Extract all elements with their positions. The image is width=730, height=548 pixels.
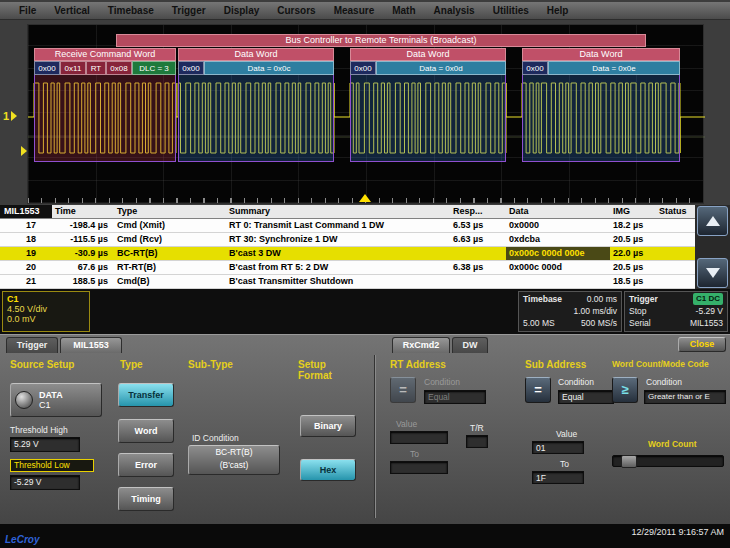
tab-rxcmd2[interactable]: RxCmd2: [392, 337, 450, 353]
tr-label: T/R: [470, 423, 484, 433]
threshold-low-label[interactable]: Threshold Low: [10, 459, 94, 472]
menu-item-measure[interactable]: Measure: [325, 5, 384, 16]
trigger-position-marker[interactable]: [359, 194, 371, 202]
channel-1-marker[interactable]: 1: [3, 110, 17, 122]
sub-address-heading: Sub Address: [525, 359, 586, 370]
table-row-selected[interactable]: 19 -30.9 µs BC-RT(B) B'cast 3 DW 0x000c …: [0, 247, 695, 261]
cell-time: 67.6 µs: [52, 261, 114, 274]
tab-trigger[interactable]: Trigger: [6, 337, 58, 353]
cell-type: BC-RT(B): [114, 247, 226, 260]
type-word-button[interactable]: Word: [118, 419, 174, 443]
format-binary-button[interactable]: Binary: [300, 415, 356, 437]
source-setup-heading: Source Setup: [10, 359, 74, 370]
menu-item-math[interactable]: Math: [383, 5, 424, 16]
col-header-resp[interactable]: Resp...: [450, 205, 506, 218]
channel-c1-descriptor[interactable]: C1 4.50 V/div 0.0 mV: [2, 291, 90, 332]
timebase-scale: 1.00 ms/div: [574, 305, 617, 317]
decode-group-title: Data Word: [178, 48, 334, 61]
sub-condition-field[interactable]: Equal: [558, 390, 614, 404]
col-header-status[interactable]: Status: [656, 205, 695, 218]
row-index: 18: [0, 233, 52, 246]
type-transfer-button[interactable]: Transfer: [118, 383, 174, 407]
menu-item-trigger[interactable]: Trigger: [163, 5, 215, 16]
trigger-descriptor[interactable]: TriggerC1 DC Stop-5.29 V SerialMIL1553: [624, 291, 728, 332]
decode-group-title: Data Word: [522, 48, 680, 61]
decode-field: 0x00: [350, 61, 376, 75]
panel-divider: [374, 355, 376, 518]
col-header-data[interactable]: Data: [506, 205, 610, 218]
sub-value-field[interactable]: 01: [532, 441, 584, 454]
format-hex-button[interactable]: Hex: [300, 459, 356, 481]
threshold-low-field[interactable]: -5.29 V: [10, 475, 80, 490]
threshold-high-field[interactable]: 5.29 V: [10, 437, 80, 452]
arrow-down-icon: [706, 268, 720, 278]
row-index: 20: [0, 261, 52, 274]
descriptor-strip: C1 4.50 V/div 0.0 mV Timebase0.00 ms 1.0…: [0, 289, 730, 334]
cell-type: Cmd (Rcv): [114, 233, 226, 246]
subtype-value-line1: BC-RT(B): [189, 446, 279, 459]
knob-icon: [15, 391, 33, 409]
menu-item-display[interactable]: Display: [215, 5, 269, 16]
wc-condition-op-button[interactable]: ≥: [612, 377, 638, 403]
decode-group-data-word-1: Data Word 0x00 Data = 0x0c: [178, 48, 334, 162]
col-header-time[interactable]: Time: [52, 205, 114, 218]
trigger-label: Trigger: [629, 293, 658, 305]
wc-condition-label: Condition: [646, 377, 682, 387]
decode-field: 0x11: [60, 61, 86, 75]
menu-item-timebase[interactable]: Timebase: [99, 5, 163, 16]
row-index: 19: [0, 247, 52, 260]
menu-item-cursors[interactable]: Cursors: [268, 5, 324, 16]
decode-field: 0x00: [522, 61, 548, 75]
rt-value-field[interactable]: [390, 431, 448, 444]
col-header-summary[interactable]: Summary: [226, 205, 450, 218]
menu-item-utilities[interactable]: Utilities: [484, 5, 538, 16]
oscilloscope-screen: File Vertical Timebase Trigger Display C…: [0, 0, 730, 548]
table-row[interactable]: 20 67.6 µs RT-RT(B) B'cast from RT 5: 2 …: [0, 261, 695, 275]
type-timing-button[interactable]: Timing: [118, 487, 174, 511]
sub-condition-op-button[interactable]: =: [525, 377, 551, 403]
scroll-up-button[interactable]: [697, 206, 728, 236]
subtype-select-button[interactable]: BC-RT(B) (B'cast): [188, 445, 280, 475]
col-header-type[interactable]: Type: [114, 205, 226, 218]
cell-img: 22.0 µs: [610, 247, 656, 260]
timebase-rate: 500 MS/s: [581, 317, 617, 329]
tab-mil1553[interactable]: MIL1553: [60, 337, 122, 353]
col-header-img[interactable]: IMG: [610, 205, 656, 218]
trigger-level-marker[interactable]: [21, 146, 27, 156]
menu-item-file[interactable]: File: [10, 5, 45, 16]
table-row[interactable]: 21 188.5 µs Cmd(B) B'cast Transmitter Sh…: [0, 275, 695, 289]
tr-field[interactable]: [466, 435, 488, 448]
word-count-heading: Word Count/Mode Code: [612, 359, 709, 369]
rt-condition-field[interactable]: Equal: [424, 390, 486, 404]
rt-condition-op-button[interactable]: =: [390, 377, 416, 403]
word-count-slider[interactable]: [612, 455, 724, 467]
source-data-button[interactable]: DATA C1: [10, 383, 102, 417]
menu-item-vertical[interactable]: Vertical: [45, 5, 99, 16]
rt-value-label: Value: [396, 419, 417, 429]
menu-item-help[interactable]: Help: [538, 5, 578, 16]
table-row[interactable]: 17 -198.4 µs Cmd (Xmit) RT 0: Transmit L…: [0, 219, 695, 233]
decode-table: MIL1553 Time Type Summary Resp... Data I…: [0, 205, 695, 289]
type-error-button[interactable]: Error: [118, 453, 174, 477]
decode-group-command-word: Receive Command Word 0x00 0x11 RT 0x08 D…: [34, 48, 176, 162]
rt-to-label: To: [410, 449, 419, 459]
sub-to-field[interactable]: 1F: [532, 471, 584, 484]
tab-dw[interactable]: DW: [452, 337, 488, 353]
arrow-up-icon: [706, 216, 720, 226]
decode-field: Data = 0x0e: [548, 61, 680, 75]
wc-condition-field[interactable]: Greater than or E: [644, 390, 726, 404]
channel-vdiv: 4.50 V/div: [7, 304, 85, 314]
channel-arrow-icon: [11, 111, 17, 121]
rt-to-field[interactable]: [390, 461, 448, 474]
channel-label: C1: [7, 294, 85, 304]
timebase-descriptor[interactable]: Timebase0.00 ms 1.00 ms/div 5.00 MS500 M…: [518, 291, 622, 332]
cell-data: 0xdcba: [506, 233, 610, 246]
close-button[interactable]: Close: [678, 337, 726, 352]
cell-time: -198.4 µs: [52, 219, 114, 232]
menu-item-analysis[interactable]: Analysis: [425, 5, 484, 16]
source-channel: C1: [39, 400, 63, 410]
word-count-slider-thumb[interactable]: [621, 455, 637, 468]
scroll-down-button[interactable]: [697, 258, 728, 288]
trigger-level: -5.29 V: [696, 305, 723, 317]
table-row[interactable]: 18 -115.5 µs Cmd (Rcv) RT 30: Synchroniz…: [0, 233, 695, 247]
